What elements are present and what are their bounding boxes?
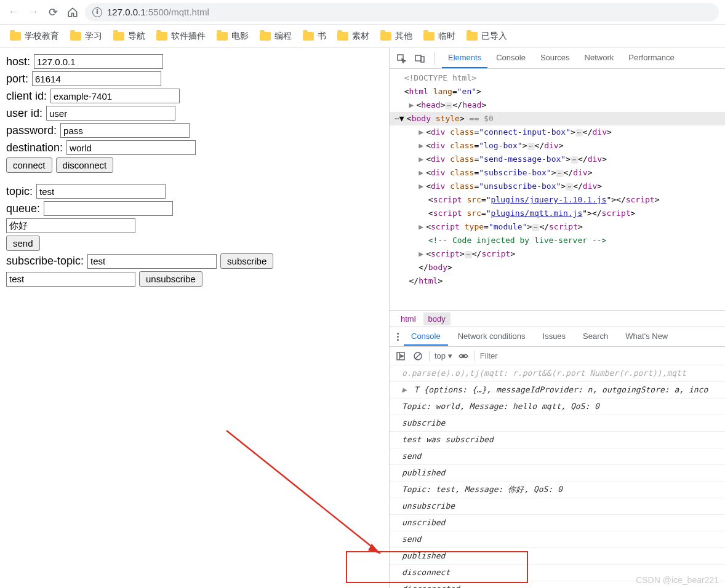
console-line: published: [390, 465, 725, 482]
user-id-input[interactable]: [46, 106, 175, 121]
port-label: port:: [6, 73, 28, 85]
drawer-tab[interactable]: What's New: [618, 328, 675, 346]
bookmark-label: 临时: [438, 31, 455, 42]
bookmark-item[interactable]: 软件插件: [156, 31, 206, 42]
subscribe-topic-label: subscribe-topic:: [6, 255, 84, 268]
bookmark-item[interactable]: 已导入: [467, 31, 507, 42]
bookmark-label: 书: [318, 31, 326, 42]
folder-icon: [467, 32, 478, 41]
breadcrumb-body[interactable]: body: [423, 312, 451, 325]
execution-context[interactable]: top ▾: [435, 351, 452, 360]
url-text: 127.0.0.1:5500/mqtt.html: [107, 7, 209, 17]
console-filter-input[interactable]: [480, 351, 720, 360]
destination-input[interactable]: [66, 140, 196, 155]
bookmark-label: 其他: [395, 31, 412, 42]
folder-icon: [303, 32, 314, 41]
devtools-tab-network[interactable]: Network: [579, 48, 620, 68]
client-id-input[interactable]: [50, 89, 180, 103]
password-input[interactable]: [60, 123, 190, 138]
bookmark-label: 已导入: [481, 31, 507, 42]
queue-label: queue:: [6, 202, 40, 215]
bookmark-item[interactable]: 导航: [113, 31, 145, 42]
folder-icon: [156, 32, 167, 41]
watermark: CSDN @ice_bear221: [636, 575, 719, 585]
svg-rect-1: [415, 55, 421, 61]
live-expression-icon[interactable]: [457, 350, 470, 362]
connect-button[interactable]: connect: [6, 157, 52, 173]
bookmark-item[interactable]: 素材: [337, 31, 369, 42]
bookmark-item[interactable]: 书: [303, 31, 326, 42]
devtools-tab-performance[interactable]: Performance: [622, 48, 680, 68]
devtools-tabs: ElementsConsoleSourcesNetworkPerformance: [390, 48, 725, 69]
bookmark-label: 素材: [352, 31, 369, 42]
subscribe-topic-input[interactable]: [87, 254, 217, 269]
console-line: Topic: world, Message: hello mqtt, QoS: …: [390, 399, 725, 415]
bookmark-label: 软件插件: [171, 31, 206, 42]
drawer-tab[interactable]: Search: [575, 328, 615, 346]
dom-breadcrumb: html body: [390, 310, 725, 327]
devtools-tab-console[interactable]: Console: [490, 48, 532, 68]
console-log[interactable]: o.parse(e).o),tj(mqtt: r.port&&(r.port N…: [390, 365, 725, 588]
password-label: password:: [6, 124, 57, 137]
devtools-tab-elements[interactable]: Elements: [442, 48, 487, 68]
console-sidebar-icon[interactable]: [395, 350, 407, 362]
console-toolbar: top ▾: [390, 347, 725, 365]
devtools-tab-sources[interactable]: Sources: [534, 48, 576, 68]
message-input[interactable]: [6, 218, 135, 233]
topic-input[interactable]: [36, 184, 166, 199]
console-line: subscribe: [390, 415, 725, 432]
bookmark-item[interactable]: 学习: [70, 31, 102, 42]
host-input[interactable]: [34, 54, 163, 69]
forward-icon[interactable]: →: [26, 5, 41, 20]
unsubscribe-button[interactable]: unsubscribe: [139, 271, 202, 287]
svg-line-7: [415, 354, 420, 359]
url-bar[interactable]: i 127.0.0.1:5500/mqtt.html: [85, 3, 719, 22]
svg-rect-2: [421, 57, 424, 62]
inspect-icon[interactable]: [395, 52, 408, 65]
queue-input[interactable]: [44, 201, 173, 216]
home-icon[interactable]: [65, 5, 80, 20]
dom-tree[interactable]: <!DOCTYPE html> <html lang="en"> ▶<head>…: [390, 69, 725, 310]
send-button[interactable]: send: [6, 236, 40, 251]
bookmarks-bar: 学校教育学习导航软件插件电影编程书素材其他临时已导入: [0, 25, 725, 48]
subscribe-button[interactable]: subscribe: [220, 253, 273, 269]
console-line: unscribed: [390, 515, 725, 531]
svg-marker-5: [401, 355, 403, 357]
disconnect-button[interactable]: disconnect: [56, 157, 114, 173]
bookmark-item[interactable]: 临时: [423, 31, 455, 42]
drawer-tab[interactable]: Network conditions: [451, 328, 533, 346]
folder-icon: [423, 32, 435, 41]
device-icon[interactable]: [413, 52, 427, 65]
console-line: send: [390, 531, 725, 548]
console-line: ▶ T {options: {…}, messageIdProvider: n,…: [390, 382, 725, 399]
back-icon[interactable]: ←: [6, 5, 21, 20]
devtools-panel: ElementsConsoleSourcesNetworkPerformance…: [389, 48, 725, 588]
folder-icon: [260, 32, 271, 41]
unsubscribe-input[interactable]: [6, 272, 135, 287]
console-line: unsubscribe: [390, 498, 725, 515]
bookmark-item[interactable]: 编程: [260, 31, 292, 42]
console-line: o.parse(e).o),tj(mqtt: r.port&&(r.port N…: [390, 365, 725, 382]
user-id-label: user id:: [6, 107, 42, 120]
page-content: host: port: client id: user id: password…: [0, 48, 389, 588]
clear-console-icon[interactable]: [412, 350, 424, 362]
port-input[interactable]: [32, 71, 161, 86]
console-line: Topic: test, Message: 你好, QoS: 0: [390, 482, 725, 498]
console-line: send: [390, 448, 725, 465]
browser-toolbar: ← → ⟳ i 127.0.0.1:5500/mqtt.html: [0, 0, 725, 25]
drawer-tab[interactable]: Issues: [535, 328, 574, 346]
console-line: published: [390, 548, 725, 565]
bookmark-item[interactable]: 其他: [380, 31, 412, 42]
drawer-menu-icon[interactable]: [395, 330, 401, 343]
bookmark-label: 导航: [128, 31, 145, 42]
destination-label: destination:: [6, 141, 63, 154]
site-info-icon[interactable]: i: [92, 7, 102, 17]
breadcrumb-html[interactable]: html: [396, 312, 421, 325]
drawer-tab[interactable]: Console: [404, 328, 448, 346]
reload-icon[interactable]: ⟳: [46, 5, 60, 20]
folder-icon: [217, 32, 228, 41]
bookmark-item[interactable]: 学校教育: [10, 31, 59, 42]
console-line: test was subscribed: [390, 432, 725, 448]
bookmark-item[interactable]: 电影: [217, 31, 249, 42]
bookmark-label: 电影: [231, 31, 249, 42]
